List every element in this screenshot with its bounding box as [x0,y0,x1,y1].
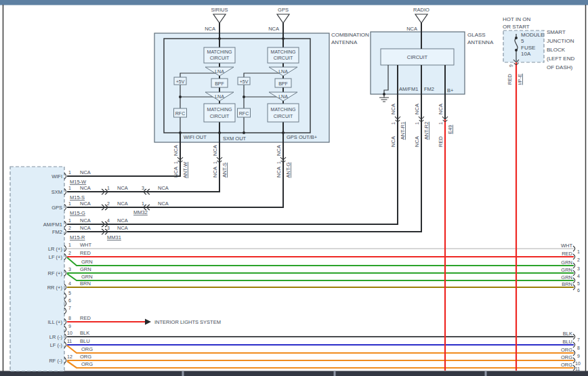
connector-link-m15w[interactable]: M15-W [70,179,87,185]
wire-color-label: ORG [80,354,91,360]
wire-color-label: NCA [212,167,218,177]
wire-color-label: NCA [117,217,128,224]
pin-number: 8 [577,346,580,350]
top-bar [0,0,588,5]
pin-number: 12 [67,354,72,359]
terminal-label-bplus: B+ [447,87,454,93]
arrow-icon [145,319,151,325]
bottom-bar-divider [485,371,487,376]
antenna-symbols: SIRIUS GPS RADIO NCA NCA NCA [205,7,429,32]
connector-link-ant-w[interactable]: ANT-W [182,161,188,178]
matching-label: MATCHING [271,107,296,112]
matching-label: MATCHING [271,49,296,54]
pin-label: LF (+) [49,254,63,260]
lf-minus-wire-org [67,346,574,353]
connector-link-m15g[interactable]: M15-G [70,210,85,216]
wire-label-nca: NCA [268,26,279,32]
wire-color-label: RED [507,74,513,85]
pin-number: 3 [107,226,110,230]
junction-dot [282,37,285,40]
pin-number: 1 [438,122,443,125]
pin-number: 5 [68,291,71,295]
connector-link-ant-s[interactable]: ANT-S [222,163,228,177]
pin-number: 1 [68,170,71,175]
lna-label: LNA [215,94,224,99]
wire-color-label: NCA [276,145,282,156]
pin-number: 8 [68,316,71,320]
connector-link-m15r[interactable]: M15-R [70,234,85,241]
connector-link-ant-r2[interactable]: ANT-R2 [423,122,429,140]
lna-label: LNA [278,69,288,74]
wire-color-label: BRN [80,280,91,287]
hot-label: HOT IN ON [503,16,530,22]
combination-antenna-box [154,33,329,142]
wire-color-label: ORG [561,347,572,353]
wire-color-label: BLU [562,339,572,345]
wire-color-label: NCA [117,225,128,231]
connector-link-ip-e[interactable]: I/P-E [517,74,523,85]
connector-link-ant-g[interactable]: ANT-G [285,162,291,177]
pin-number: 2 [577,257,580,262]
pin-label: RF (+) [48,270,63,276]
fuse-label: 10A [521,51,531,57]
wire-color-label: RED [562,251,572,257]
junction-dot [515,49,518,51]
glass-antenna-title: GLASS [467,32,486,38]
wire-color-label: NCA [173,167,179,177]
wire-color-label: ORG [561,362,572,368]
matching-label: MATCHING [207,49,232,54]
plus5v-label: +5V [240,79,249,84]
circuit-label: CIRCUIT [274,56,293,60]
junction-dot [515,37,518,39]
pin-number: 1 [107,186,110,190]
pin-number: 1 [415,122,419,125]
pin-number: 1 [68,201,71,206]
glass-antenna-title: ANTENNA [467,39,494,45]
radio-connector-box: WIFI SXM GPS AM/FM1 FM2 LR (+) LF (+) RF… [10,167,169,371]
antenna-label-sirius: SIRIUS [211,7,228,13]
pin-number: 1 [213,161,217,164]
pin-label: LR (+) [48,246,63,252]
connector-link-ant-r1[interactable]: ANT-R1 [400,122,406,140]
connector-link-e49[interactable]: E49 [447,125,453,133]
pin-number: 2 [107,201,110,206]
wire-color-label: NCA [414,136,420,147]
pin-number: 9 [509,64,513,67]
pin-number: 7 [68,306,71,310]
combination-drop-labels: NCA 1 NCA ANT-W NCA 1 NCA ANT-S NCA 1 NC… [173,145,291,178]
radio-antenna-icon [415,14,427,23]
wire-color-label: NCA [80,185,91,191]
wire-color-label: NCA [276,167,282,177]
rf-plus-wire-grn2 [67,274,574,280]
pin-number: 9 [68,324,71,329]
rfc-label: RFC [175,111,185,116]
pin-number: 1 [142,201,144,206]
pin-label: WIFI [51,173,62,180]
wire-color-label: NCA [80,225,91,231]
wire-color-label: NCA [80,201,91,207]
junction-dot [243,96,245,98]
pin-label: LF (-) [50,342,63,348]
wire-color-label: GRN [81,274,93,280]
connector-link-m15s[interactable]: M15-S [70,194,85,201]
gps-antenna-icon [277,14,289,23]
bottom-bar [0,371,588,376]
combination-antenna-module: COMBINATION ANTENNA MATCHING CIRCUIT MAT… [154,23,369,142]
rf-minus-wire-org2 [67,361,574,368]
pin-number: 11 [67,339,72,343]
wire-color-label: NCA [390,136,396,147]
junction-dot [243,131,245,134]
pin-number: 3 [577,266,580,271]
pin-number: 10 [575,361,581,366]
connector-link-mm31[interactable]: MM31 [107,234,121,241]
wire-color-label: NCA [80,217,91,224]
combination-antenna-title: COMBINATION [331,32,369,38]
pin-number: 1 [577,249,580,254]
fuse-label: 5 [521,38,524,44]
plus5v-label: +5V [176,79,185,84]
lf-plus-wire-grn [67,257,574,266]
connector-link-mm32[interactable]: MM32 [133,209,148,215]
pin-number: 7 [577,337,580,342]
wire-color-label: BLK [563,331,572,337]
interior-lights-target-label: INTERIOR LIGHTS SYSTEM [154,319,221,325]
